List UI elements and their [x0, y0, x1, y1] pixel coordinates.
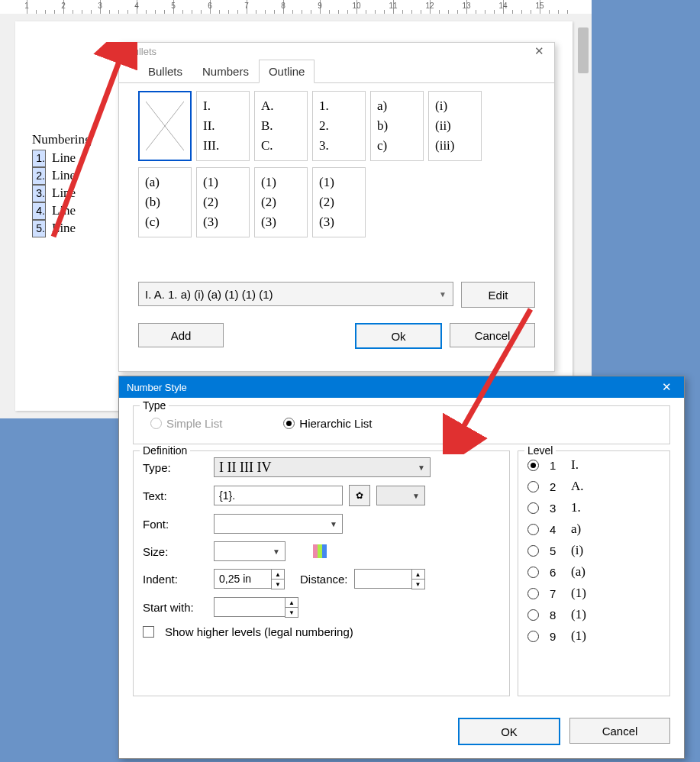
- bullets-dialog-titlebar[interactable]: Bullets ✕: [119, 43, 554, 60]
- ruler-label: 5: [171, 2, 176, 10]
- font-label: Font:: [143, 518, 208, 531]
- gallery-item-line: (b): [145, 195, 185, 210]
- text-settings-button[interactable]: ✿: [349, 485, 370, 506]
- definition-legend: Definition: [140, 444, 190, 457]
- level-radio-9[interactable]: 9(1): [527, 628, 660, 644]
- gallery-item[interactable]: a)b)c): [370, 91, 424, 161]
- gallery-item[interactable]: (i)(ii)(iii): [428, 91, 482, 161]
- tab-bullets[interactable]: Bullets: [138, 60, 192, 83]
- level-radio-3[interactable]: 31.: [527, 500, 660, 515]
- level-radio-8[interactable]: 8(1): [527, 607, 660, 622]
- gallery-item[interactable]: (1)(2)(3): [254, 167, 308, 237]
- edit-button[interactable]: Edit: [461, 282, 535, 308]
- gallery-item-line: C.: [261, 139, 301, 153]
- chevron-down-icon: ▼: [273, 547, 280, 556]
- simple-list-label: Simple List: [166, 417, 222, 430]
- indent-spinner[interactable]: 0,25 in ▲▼: [214, 569, 285, 589]
- gallery-item-line: (2): [261, 195, 301, 210]
- hierarchic-list-radio[interactable]: Hierarchic List: [283, 417, 372, 430]
- list-item: 5.Line: [32, 220, 76, 237]
- close-icon[interactable]: ✕: [524, 44, 554, 58]
- level-sample: (a): [571, 564, 585, 580]
- hierarchic-list-label: Hierarchic List: [299, 417, 372, 430]
- level-number: 6: [550, 566, 560, 579]
- level-sample: (i): [571, 543, 583, 558]
- list-number: 3.: [32, 185, 46, 202]
- level-radio-2[interactable]: 2A.: [527, 479, 660, 494]
- gallery-item[interactable]: A.B.C.: [254, 91, 308, 161]
- level-sample: (1): [571, 628, 586, 644]
- text-label: Text:: [143, 489, 208, 502]
- gallery-item-line: 2.: [319, 119, 359, 134]
- list-item: 2.Line: [32, 167, 76, 185]
- type-legend: Type: [140, 399, 169, 412]
- startwith-spinner[interactable]: ▲▼: [214, 597, 298, 618]
- text-input[interactable]: {1}.: [214, 486, 343, 505]
- list-item: 1.Line: [32, 150, 76, 167]
- level-list: 1I.2A.31.4a)5(i)6(a)7(1)8(1)9(1): [527, 457, 660, 644]
- list-number: 4.: [32, 202, 46, 220]
- type-select[interactable]: I II III IV ▼: [214, 457, 431, 477]
- scheme-select[interactable]: I. A. 1. a) (i) (a) (1) (1) (1) ▼: [138, 282, 453, 306]
- level-radio-1[interactable]: 1I.: [527, 457, 660, 473]
- tab-numbers[interactable]: Numbers: [192, 60, 259, 83]
- gallery-item[interactable]: (1)(2)(3): [312, 167, 366, 237]
- definition-fieldset: Definition Type: I II III IV ▼ Text: {: [133, 450, 510, 696]
- ruler-label: 14: [498, 2, 507, 10]
- gallery-item[interactable]: [138, 91, 192, 161]
- gallery-item-line: (1): [261, 176, 301, 190]
- text-char-select[interactable]: ▼: [376, 486, 425, 505]
- vertical-scrollbar[interactable]: [576, 14, 590, 418]
- numbered-list: 1.Line2.Line3.Line4.Line5.Line: [32, 150, 76, 237]
- show-higher-checkbox[interactable]: Show higher levels (legal numbering): [143, 625, 500, 638]
- list-number: 5.: [32, 220, 46, 237]
- show-higher-label: Show higher levels (legal numbering): [165, 625, 353, 638]
- level-sample: a): [571, 521, 581, 537]
- ruler-label: 4: [134, 2, 139, 10]
- distance-spinner[interactable]: ▲▼: [354, 569, 425, 589]
- gallery-item[interactable]: 1.2.3.: [312, 91, 366, 161]
- gallery-item[interactable]: (1)(2)(3): [196, 167, 250, 237]
- level-sample: I.: [571, 457, 579, 473]
- ruler-label: 8: [281, 2, 285, 10]
- gallery-item-line: c): [377, 139, 417, 153]
- radio-icon: [527, 502, 539, 514]
- tab-outline[interactable]: Outline: [259, 60, 315, 83]
- ok-button[interactable]: Ok: [355, 323, 442, 349]
- level-fieldset: Level 1I.2A.31.4a)5(i)6(a)7(1)8(1)9(1): [518, 450, 670, 696]
- level-number: 9: [550, 630, 560, 643]
- number-style-titlebar[interactable]: Number Style ✕: [119, 376, 684, 398]
- level-radio-7[interactable]: 7(1): [527, 586, 660, 601]
- ruler-label: 3: [98, 2, 102, 10]
- ok-button[interactable]: OK: [458, 718, 560, 745]
- color-swatch[interactable]: [313, 544, 327, 558]
- text-value: {1}.: [219, 489, 235, 502]
- level-number: 2: [550, 480, 560, 493]
- scrollbar-thumb[interactable]: [578, 27, 589, 73]
- gallery-item-line: (a): [145, 176, 185, 190]
- gallery-item-line: II.: [203, 119, 243, 134]
- ruler-label: 10: [352, 2, 360, 10]
- ruler-label: 15: [535, 2, 544, 10]
- level-radio-6[interactable]: 6(a): [527, 564, 660, 580]
- level-radio-4[interactable]: 4a): [527, 521, 660, 537]
- font-select[interactable]: ▼: [214, 514, 343, 534]
- gallery-item[interactable]: I.II.III.: [196, 91, 250, 161]
- add-button[interactable]: Add: [138, 323, 224, 347]
- type-label: Type:: [143, 461, 208, 474]
- radio-icon: [527, 524, 539, 535]
- radio-icon: [527, 588, 539, 599]
- size-select[interactable]: ▼: [214, 541, 285, 561]
- number-style-title: Number Style: [127, 382, 187, 393]
- gallery-item[interactable]: (a)(b)(c): [138, 167, 192, 237]
- gallery-item-line: 1.: [319, 99, 359, 114]
- close-icon[interactable]: ✕: [650, 380, 684, 394]
- gallery-item-line: (1): [203, 176, 243, 190]
- ruler-label: 12: [425, 2, 434, 10]
- list-text: Line: [52, 203, 76, 218]
- cancel-button[interactable]: Cancel: [569, 718, 670, 744]
- list-number: 1.: [32, 150, 46, 167]
- cancel-button[interactable]: Cancel: [450, 323, 535, 347]
- level-radio-5[interactable]: 5(i): [527, 543, 660, 558]
- level-sample: (1): [571, 607, 586, 622]
